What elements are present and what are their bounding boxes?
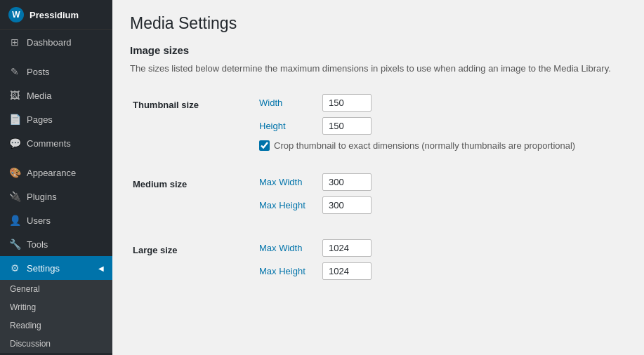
image-sizes-heading: Image sizes bbox=[130, 44, 626, 56]
plugins-icon: 🔌 bbox=[8, 190, 21, 203]
site-name: Pressidium bbox=[29, 10, 79, 20]
sidebar-item-label: Comments bbox=[27, 138, 71, 149]
large-fields: Max Width Max Height bbox=[256, 235, 626, 290]
medium-width-input[interactable] bbox=[322, 173, 372, 191]
settings-submenu: General Writing Reading Discussion bbox=[0, 280, 112, 353]
medium-width-label: Max Width bbox=[259, 177, 322, 187]
sidebar-item-dashboard[interactable]: ⊞ Dashboard bbox=[0, 30, 112, 54]
sidebar-item-comments[interactable]: 💬 Comments bbox=[0, 131, 112, 155]
sidebar-item-pages[interactable]: 📄 Pages bbox=[0, 107, 112, 131]
submenu-label: General bbox=[10, 284, 40, 294]
sidebar-item-label: Tools bbox=[27, 239, 48, 250]
sidebar-item-label: Posts bbox=[27, 67, 50, 77]
thumbnail-label: Thumbnail size bbox=[130, 90, 256, 158]
sidebar-item-label: Media bbox=[27, 91, 51, 101]
submenu-item-general[interactable]: General bbox=[0, 280, 112, 298]
spacer-row-2 bbox=[130, 224, 626, 235]
medium-fields: Max Width Max Height bbox=[256, 169, 626, 224]
sidebar-item-appearance[interactable]: 🎨 Appearance bbox=[0, 161, 112, 185]
thumbnail-fields: Width Height Crop thumbnail to exact dim… bbox=[256, 90, 626, 158]
submenu-item-discussion[interactable]: Discussion bbox=[0, 335, 112, 353]
thumbnail-height-input[interactable] bbox=[322, 117, 372, 135]
sidebar-item-label: Pages bbox=[27, 114, 53, 125]
sidebar-item-media[interactable]: 🖼 Media bbox=[0, 83, 112, 107]
settings-table: Thumbnail size Width Height Crop thumbna… bbox=[130, 90, 626, 290]
table-row-large: Large size Max Width Max Height bbox=[130, 235, 626, 290]
table-row-medium: Medium size Max Width Max Height bbox=[130, 169, 626, 224]
dashboard-icon: ⊞ bbox=[8, 36, 21, 48]
sidebar-item-posts[interactable]: ✎ Posts bbox=[0, 60, 112, 83]
thumbnail-width-input[interactable] bbox=[322, 94, 372, 112]
main-content: Media Settings Image sizes The sizes lis… bbox=[112, 0, 644, 355]
thumbnail-height-label: Height bbox=[259, 121, 322, 131]
sidebar: W Pressidium ⊞ Dashboard ✎ Posts 🖼 Media… bbox=[0, 0, 112, 355]
thumbnail-crop-row: Crop thumbnail to exact dimensions (norm… bbox=[259, 140, 624, 151]
settings-arrow-icon: ◀ bbox=[98, 264, 104, 272]
thumbnail-crop-checkbox[interactable] bbox=[259, 140, 270, 151]
thumbnail-crop-label: Crop thumbnail to exact dimensions (norm… bbox=[274, 140, 575, 151]
large-width-input[interactable] bbox=[322, 239, 372, 257]
submenu-item-reading[interactable]: Reading bbox=[0, 316, 112, 335]
posts-icon: ✎ bbox=[8, 65, 21, 78]
tools-icon: 🔧 bbox=[8, 238, 21, 250]
spacer-row-1 bbox=[130, 158, 626, 169]
large-height-label: Max Height bbox=[259, 266, 322, 276]
sidebar-item-settings[interactable]: ⚙ Settings ◀ bbox=[0, 256, 112, 280]
page-title: Media Settings bbox=[130, 14, 626, 33]
medium-height-row: Max Height bbox=[259, 196, 624, 214]
sidebar-item-label: Dashboard bbox=[27, 37, 72, 48]
sidebar-item-label: Settings bbox=[27, 263, 60, 274]
thumbnail-height-row: Height bbox=[259, 117, 624, 135]
users-icon: 👤 bbox=[8, 214, 21, 227]
sidebar-item-users[interactable]: 👤 Users bbox=[0, 208, 112, 232]
large-height-row: Max Height bbox=[259, 262, 624, 280]
large-width-label: Max Width bbox=[259, 243, 322, 253]
pages-icon: 📄 bbox=[8, 113, 21, 126]
medium-width-row: Max Width bbox=[259, 173, 624, 191]
submenu-item-writing[interactable]: Writing bbox=[0, 298, 112, 316]
appearance-icon: 🎨 bbox=[8, 166, 21, 179]
table-row-thumbnail: Thumbnail size Width Height Crop thumbna… bbox=[130, 90, 626, 158]
sidebar-item-tools[interactable]: 🔧 Tools bbox=[0, 232, 112, 256]
comments-icon: 💬 bbox=[8, 137, 21, 149]
large-width-row: Max Width bbox=[259, 239, 624, 257]
submenu-label: Discussion bbox=[10, 339, 51, 349]
sidebar-item-label: Plugins bbox=[27, 192, 57, 202]
sidebar-item-label: Appearance bbox=[27, 168, 76, 178]
sidebar-item-plugins[interactable]: 🔌 Plugins bbox=[0, 185, 112, 208]
medium-height-label: Max Height bbox=[259, 200, 322, 210]
site-header[interactable]: W Pressidium bbox=[0, 0, 112, 30]
large-label: Large size bbox=[130, 235, 256, 290]
medium-height-input[interactable] bbox=[322, 196, 372, 214]
media-icon: 🖼 bbox=[8, 89, 21, 102]
medium-label: Medium size bbox=[130, 169, 256, 224]
submenu-label: Reading bbox=[10, 321, 41, 330]
thumbnail-width-label: Width bbox=[259, 98, 322, 108]
sidebar-menu: ⊞ Dashboard ✎ Posts 🖼 Media 📄 Pages 💬 Co… bbox=[0, 30, 112, 353]
sidebar-item-label: Users bbox=[27, 215, 51, 226]
image-sizes-description: The sizes listed below determine the max… bbox=[130, 62, 626, 76]
wp-logo-icon: W bbox=[8, 7, 24, 22]
thumbnail-width-row: Width bbox=[259, 94, 624, 112]
large-height-input[interactable] bbox=[322, 262, 372, 280]
submenu-label: Writing bbox=[10, 302, 36, 312]
settings-icon: ⚙ bbox=[8, 262, 21, 274]
